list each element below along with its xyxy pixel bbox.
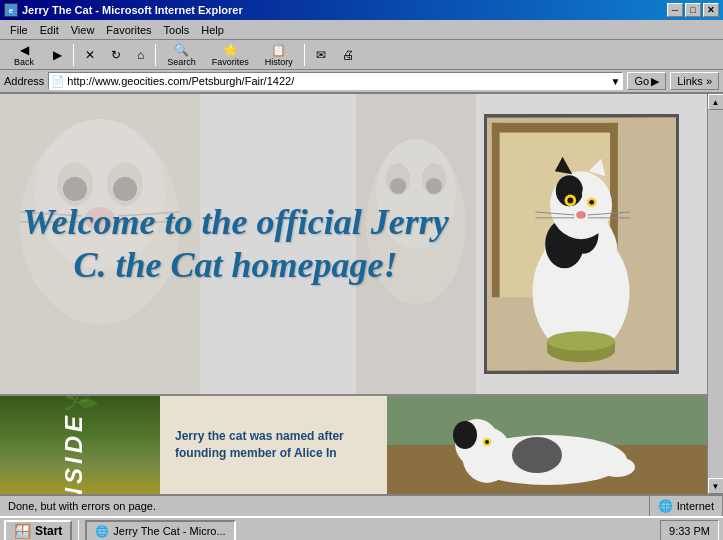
back-button[interactable]: ◀ Back: [4, 42, 44, 68]
refresh-button[interactable]: ↻: [104, 42, 128, 68]
links-label: Links »: [677, 75, 712, 87]
favorites-button[interactable]: ⭐ Favorites: [205, 42, 256, 68]
toolbar-sep-2: [155, 44, 156, 66]
menu-tools[interactable]: Tools: [158, 22, 196, 38]
forward-icon: ▶: [53, 48, 62, 62]
bottom-section: 🌿 INSIDE Jerry the cat was named after f…: [0, 394, 707, 494]
back-icon: ◀: [20, 43, 29, 57]
svg-point-53: [589, 200, 594, 205]
title-bar: e Jerry The Cat - Microsoft Internet Exp…: [0, 0, 723, 20]
taskbar: 🪟 Start 🌐 Jerry The Cat - Micro... 9:33 …: [0, 516, 723, 540]
welcome-heading: Welcome to the official Jerry C. the Cat…: [20, 201, 451, 287]
app-icon: e: [4, 3, 18, 17]
stop-button[interactable]: ✕: [78, 42, 102, 68]
links-button[interactable]: Links »: [670, 72, 719, 90]
page-icon: 📄: [51, 75, 65, 88]
address-input[interactable]: [67, 75, 610, 87]
taskbar-sep: [78, 520, 79, 540]
favorites-label: Favorites: [212, 57, 249, 67]
search-label: Search: [167, 57, 196, 67]
start-label: Start: [35, 524, 62, 538]
svg-point-61: [547, 331, 615, 350]
home-button[interactable]: ⌂: [130, 42, 151, 68]
maximize-button[interactable]: □: [685, 3, 701, 17]
menu-bar: File Edit View Favorites Tools Help: [0, 20, 723, 40]
search-button[interactable]: 🔍 Search: [160, 42, 203, 68]
status-bar: Done, but with errors on page. 🌐 Interne…: [0, 494, 723, 516]
search-icon: 🔍: [174, 43, 189, 57]
svg-rect-38: [491, 123, 617, 133]
bottom-photo: [387, 396, 707, 494]
svg-point-54: [576, 211, 586, 219]
description-panel: Jerry the cat was named after founding m…: [160, 396, 387, 494]
svg-point-52: [567, 197, 573, 203]
inside-panel: 🌿 INSIDE: [0, 396, 160, 494]
address-input-wrapper: 📄 ▼: [48, 72, 623, 90]
refresh-icon: ↻: [111, 48, 121, 62]
system-tray: 9:33 PM: [660, 520, 719, 540]
home-icon: ⌂: [137, 48, 144, 62]
address-dropdown-icon[interactable]: ▼: [611, 76, 621, 87]
menu-view[interactable]: View: [65, 22, 101, 38]
zone-label: Internet: [677, 500, 714, 512]
mail-button[interactable]: ✉: [309, 42, 333, 68]
menu-help[interactable]: Help: [195, 22, 230, 38]
internet-zone-icon: 🌐: [658, 499, 673, 513]
stop-icon: ✕: [85, 48, 95, 62]
welcome-text-area: Welcome to the official Jerry C. the Cat…: [0, 94, 471, 394]
mail-icon: ✉: [316, 48, 326, 62]
menu-edit[interactable]: Edit: [34, 22, 65, 38]
inside-label: INSIDE: [60, 412, 88, 494]
address-label: Address: [4, 75, 44, 87]
svg-point-75: [453, 421, 477, 449]
vertical-scrollbar: ▲ ▼: [707, 94, 723, 494]
toolbar: ◀ Back ▶ ✕ ↻ ⌂ 🔍 Search ⭐ Favorites 📋 Hi…: [0, 40, 723, 70]
go-icon: ▶: [651, 75, 659, 88]
go-button[interactable]: Go ▶: [627, 72, 666, 90]
back-label: Back: [14, 57, 34, 67]
menu-file[interactable]: File: [4, 22, 34, 38]
taskbar-app-label: Jerry The Cat - Micro...: [113, 525, 225, 537]
svg-point-72: [485, 440, 489, 444]
history-label: History: [265, 57, 293, 67]
address-bar: Address 📄 ▼ Go ▶ Links »: [0, 70, 723, 94]
forward-button[interactable]: ▶: [46, 42, 69, 68]
svg-rect-39: [491, 123, 499, 297]
minimize-button[interactable]: ─: [667, 3, 683, 17]
window-title: Jerry The Cat - Microsoft Internet Explo…: [22, 4, 243, 16]
menu-favorites[interactable]: Favorites: [100, 22, 157, 38]
cat-photo: [484, 114, 679, 374]
status-text: Done, but with errors on page.: [0, 496, 650, 516]
toolbar-sep-1: [73, 44, 74, 66]
history-icon: 📋: [271, 43, 286, 57]
taskbar-ie-app[interactable]: 🌐 Jerry The Cat - Micro...: [85, 520, 235, 540]
close-button[interactable]: ✕: [703, 3, 719, 17]
welcome-section: Welcome to the official Jerry C. the Cat…: [0, 94, 691, 394]
tray-time: 9:33 PM: [669, 525, 710, 537]
security-zone: 🌐 Internet: [650, 496, 723, 516]
scroll-track[interactable]: [708, 110, 724, 478]
browser-content: Welcome to the official Jerry C. the Cat…: [0, 94, 723, 494]
go-label: Go: [634, 75, 649, 87]
print-icon: 🖨: [342, 48, 354, 62]
svg-point-74: [512, 437, 562, 473]
scroll-up-button[interactable]: ▲: [708, 94, 724, 110]
print-button[interactable]: 🖨: [335, 42, 361, 68]
scroll-down-button[interactable]: ▼: [708, 478, 724, 494]
svg-point-73: [599, 457, 635, 477]
favorites-icon: ⭐: [223, 43, 238, 57]
start-icon: 🪟: [14, 523, 31, 539]
cat-photo-area: [471, 94, 691, 394]
history-button[interactable]: 📋 History: [258, 42, 300, 68]
title-bar-left: e Jerry The Cat - Microsoft Internet Exp…: [4, 3, 243, 17]
webpage: Welcome to the official Jerry C. the Cat…: [0, 94, 707, 494]
start-button[interactable]: 🪟 Start: [4, 520, 72, 540]
taskbar-app-icon: 🌐: [95, 525, 109, 538]
title-bar-buttons: ─ □ ✕: [667, 3, 719, 17]
cat-description: Jerry the cat was named after founding m…: [175, 428, 372, 462]
toolbar-sep-3: [304, 44, 305, 66]
